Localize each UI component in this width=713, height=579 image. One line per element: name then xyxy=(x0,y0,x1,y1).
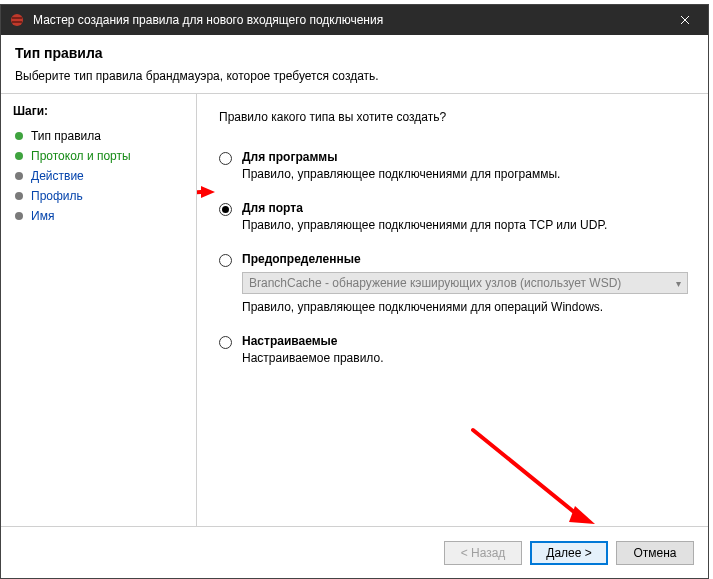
option-desc: Правило, управляющее подключениями для п… xyxy=(242,167,560,181)
radio-program[interactable] xyxy=(219,152,232,165)
option-program[interactable]: Для программы Правило, управляющее подкл… xyxy=(219,150,690,181)
option-predefined[interactable]: Предопределенные BranchCache - обнаружен… xyxy=(219,252,690,314)
svg-marker-4 xyxy=(569,506,595,524)
page-subtitle: Выберите тип правила брандмауэра, которо… xyxy=(15,69,694,83)
cancel-button[interactable]: Отмена xyxy=(616,541,694,565)
body: Шаги: Тип правила Протокол и порты Дейст… xyxy=(1,94,708,526)
bullet-icon xyxy=(15,192,23,200)
step-link[interactable]: Действие xyxy=(31,169,84,183)
bullet-icon xyxy=(15,152,23,160)
prompt-text: Правило какого типа вы хотите создать? xyxy=(219,110,690,124)
step-link[interactable]: Имя xyxy=(31,209,54,223)
close-button[interactable] xyxy=(662,5,708,35)
chevron-down-icon: ▾ xyxy=(676,278,681,289)
svg-rect-2 xyxy=(12,21,22,23)
option-desc: Настраиваемое правило. xyxy=(242,351,383,365)
svg-rect-1 xyxy=(12,17,22,19)
option-desc: Правило, управляющее подключениями для о… xyxy=(242,300,688,314)
option-port[interactable]: Для порта Правило, управляющее подключен… xyxy=(219,201,690,232)
arrow-annotation-port xyxy=(197,182,221,225)
step-action[interactable]: Действие xyxy=(13,166,190,186)
radio-predefined[interactable] xyxy=(219,254,232,267)
step-protocol-ports[interactable]: Протокол и порты xyxy=(13,146,190,166)
steps-label: Шаги: xyxy=(13,104,190,118)
option-title: Для программы xyxy=(242,150,560,164)
titlebar: Мастер создания правила для нового входя… xyxy=(1,5,708,35)
svg-marker-3 xyxy=(201,186,215,198)
footer: < Назад Далее > Отмена xyxy=(1,526,708,578)
dropdown-value: BranchCache - обнаружение кэширующих узл… xyxy=(249,276,621,290)
main-content: Правило какого типа вы хотите создать? Д… xyxy=(197,94,708,526)
window-title: Мастер создания правила для нового входя… xyxy=(33,13,662,27)
option-title: Для порта xyxy=(242,201,607,215)
step-link[interactable]: Протокол и порты xyxy=(31,149,131,163)
header: Тип правила Выберите тип правила брандма… xyxy=(1,35,708,93)
sidebar: Шаги: Тип правила Протокол и порты Дейст… xyxy=(1,94,196,526)
step-rule-type[interactable]: Тип правила xyxy=(13,126,190,146)
predefined-dropdown: BranchCache - обнаружение кэширующих узл… xyxy=(242,272,688,294)
app-icon xyxy=(9,12,25,28)
option-custom[interactable]: Настраиваемые Настраиваемое правило. xyxy=(219,334,690,365)
close-icon xyxy=(680,15,690,25)
page-title: Тип правила xyxy=(15,45,694,61)
step-link[interactable]: Тип правила xyxy=(31,129,101,143)
option-title: Настраиваемые xyxy=(242,334,383,348)
bullet-icon xyxy=(15,172,23,180)
svg-point-0 xyxy=(11,14,23,26)
step-link[interactable]: Профиль xyxy=(31,189,83,203)
next-button[interactable]: Далее > xyxy=(530,541,608,565)
wizard-window: Мастер создания правила для нового входя… xyxy=(0,4,709,579)
step-profile[interactable]: Профиль xyxy=(13,186,190,206)
option-desc: Правило, управляющее подключениями для п… xyxy=(242,218,607,232)
bullet-icon xyxy=(15,212,23,220)
back-button: < Назад xyxy=(444,541,522,565)
radio-custom[interactable] xyxy=(219,336,232,349)
step-name[interactable]: Имя xyxy=(13,206,190,226)
arrow-annotation-next xyxy=(467,424,607,526)
option-title: Предопределенные xyxy=(242,252,688,266)
bullet-icon xyxy=(15,132,23,140)
radio-port[interactable] xyxy=(219,203,232,216)
